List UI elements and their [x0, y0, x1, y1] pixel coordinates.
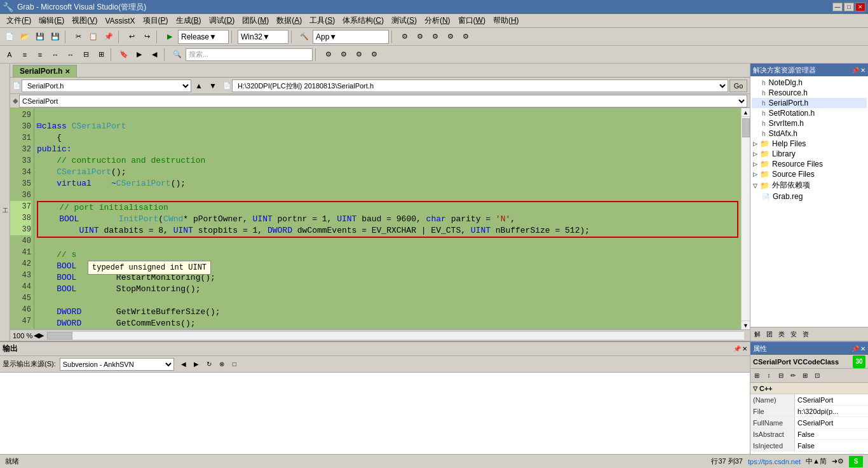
run-button[interactable]: ▶: [163, 30, 177, 44]
tree-item-serialporth[interactable]: h SerialPort.h: [752, 98, 867, 108]
output-btn-next[interactable]: ▶: [191, 359, 202, 370]
props-collapse[interactable]: ⊟: [775, 370, 787, 382]
close-button[interactable]: ✕: [855, 3, 865, 11]
tb2-btn2[interactable]: ≡: [18, 48, 32, 62]
output-btn-prev[interactable]: ◀: [178, 359, 189, 370]
scroll-thumb[interactable]: [742, 118, 750, 137]
menu-file[interactable]: 文件(F): [3, 14, 35, 27]
maximize-button[interactable]: □: [844, 3, 854, 11]
sol-btn-4[interactable]: 安: [788, 329, 799, 340]
minimize-button[interactable]: —: [832, 3, 843, 11]
redo-button[interactable]: ↪: [140, 30, 154, 44]
menu-project[interactable]: 项目(P): [139, 14, 172, 27]
tree-item-helpfiles[interactable]: ▷ 📁 Help Files: [752, 139, 867, 149]
folder-expand-resource[interactable]: ▷: [753, 161, 757, 167]
tree-item-library[interactable]: ▷ 📁 Library: [752, 149, 867, 159]
output-close[interactable]: ✕: [742, 345, 747, 352]
copy-button[interactable]: 📋: [86, 30, 100, 44]
build-btn[interactable]: 🔨: [297, 30, 311, 44]
folder-expand-library[interactable]: ▷: [753, 151, 757, 157]
menu-vassistx[interactable]: VAssistX: [101, 15, 139, 27]
output-source-dropdown[interactable]: Subversion - AnkhSVN: [60, 358, 174, 371]
scroll-down-arrow[interactable]: ▼: [742, 320, 750, 329]
props-close[interactable]: ✕: [860, 345, 865, 352]
menu-tools[interactable]: 工具(S): [306, 14, 339, 27]
new-button[interactable]: 📄: [3, 30, 17, 44]
props-sort-alpha[interactable]: ↕: [763, 370, 775, 382]
tb2-btn6[interactable]: ⊟: [79, 48, 93, 62]
tb2-extra4[interactable]: ⚙: [367, 48, 381, 62]
tab-close[interactable]: ✕: [65, 68, 70, 75]
nav-up-button[interactable]: ▲: [193, 79, 205, 92]
cut-button[interactable]: ✂: [71, 30, 85, 44]
open-button[interactable]: 📂: [18, 30, 32, 44]
h-scrollbar[interactable]: [46, 331, 745, 340]
config-dropdown[interactable]: Release ▼: [178, 30, 229, 44]
tb-extra4[interactable]: ⚙: [444, 30, 458, 44]
scroll-up-arrow[interactable]: ▲: [742, 108, 750, 117]
tree-item-grabreg[interactable]: 📄 Grab.reg: [752, 191, 867, 202]
platform-dropdown[interactable]: Win32 ▼: [238, 30, 288, 44]
save-button[interactable]: 💾: [33, 30, 47, 44]
tb-extra2[interactable]: ⚙: [413, 30, 427, 44]
menu-analyze[interactable]: 分析(N): [421, 14, 454, 27]
tree-item-resourceh[interactable]: h Resource.h: [752, 88, 867, 98]
folder-expand-extdeps[interactable]: ▽: [753, 182, 757, 189]
tb2-extra1[interactable]: ⚙: [322, 48, 336, 62]
tree-item-setrotationh[interactable]: h SetRotation.h: [752, 108, 867, 118]
output-btn-stop[interactable]: ⊗: [216, 359, 227, 370]
tree-item-resourcefiles[interactable]: ▷ 📁 Resource Files: [752, 159, 867, 169]
go-button[interactable]: Go: [729, 79, 747, 92]
props-sort-cat[interactable]: ⊞: [751, 370, 763, 382]
sol-btn-2[interactable]: 团: [764, 329, 775, 340]
menu-architecture[interactable]: 体系结构(C): [339, 14, 388, 27]
tb-extra3[interactable]: ⚙: [428, 30, 442, 44]
path-dropdown[interactable]: H:\320DPI(PLC控制) 20180813\SerialPort.h: [232, 79, 728, 92]
tree-item-stdafxh[interactable]: h StdAfx.h: [752, 128, 867, 139]
search-btn[interactable]: 🔍: [170, 48, 184, 62]
target-dropdown[interactable]: App ▼: [313, 30, 389, 44]
save-all-button[interactable]: 💾: [48, 30, 62, 44]
code-content[interactable]: ⊟class CSerialPort { public: // contruct…: [34, 108, 741, 329]
tb2-extra2[interactable]: ⚙: [337, 48, 351, 62]
tb2-btn4[interactable]: ↔: [48, 48, 62, 62]
nav-down-button[interactable]: ▼: [207, 79, 219, 92]
props-pin[interactable]: 📌: [851, 345, 859, 352]
tree-item-extdeps[interactable]: ▽ 📁 外部依赖项: [752, 179, 867, 191]
class-dropdown[interactable]: CSerialPort: [19, 95, 747, 107]
tb2-extra3[interactable]: ⚙: [352, 48, 366, 62]
sol-btn-3[interactable]: 类: [776, 329, 787, 340]
menu-data[interactable]: 数据(A): [273, 14, 306, 27]
tree-item-notedlgh[interactable]: h NoteDlg.h: [752, 78, 867, 88]
tb2-btn3[interactable]: ≡: [33, 48, 47, 62]
undo-button[interactable]: ↩: [125, 30, 139, 44]
menu-build[interactable]: 生成(B): [172, 14, 205, 27]
props-add[interactable]: ⊞: [799, 370, 811, 382]
props-del[interactable]: ⊡: [811, 370, 823, 382]
folder-expand-source[interactable]: ▷: [753, 171, 757, 177]
tree-item-srvritemh[interactable]: h SrvrItem.h: [752, 118, 867, 128]
tb-extra1[interactable]: ⚙: [398, 30, 412, 44]
solution-tree[interactable]: h NoteDlg.h h Resource.h h SerialPort.h …: [750, 76, 868, 327]
search-input[interactable]: 搜索...: [186, 48, 313, 61]
h-scroll-thumb[interactable]: [47, 332, 72, 340]
tb2-btn7[interactable]: ⊞: [94, 48, 108, 62]
output-pin[interactable]: 📌: [733, 345, 741, 352]
panel-pin[interactable]: 📌: [851, 67, 859, 74]
props-edit[interactable]: ✏: [787, 370, 799, 382]
menu-debug[interactable]: 调试(D): [205, 14, 239, 27]
tb2-btn5[interactable]: ↔: [64, 48, 78, 62]
menu-help[interactable]: 帮助(H): [489, 14, 523, 27]
bookmark-prev[interactable]: ◀: [147, 48, 161, 62]
output-content[interactable]: [0, 373, 750, 454]
sol-btn-5[interactable]: 资: [800, 329, 811, 340]
paste-button[interactable]: 📌: [102, 30, 116, 44]
bookmark-next[interactable]: ▶: [132, 48, 146, 62]
file-dropdown[interactable]: SerialPort.h: [22, 79, 191, 92]
tb-extra5[interactable]: ⚙: [459, 30, 473, 44]
vertical-scrollbar[interactable]: ▲ ▼: [741, 108, 750, 329]
editor-tab-serialporth[interactable]: SerialPort.h ✕: [13, 65, 77, 77]
output-btn-clear[interactable]: □: [229, 359, 240, 370]
panel-close[interactable]: ✕: [860, 67, 865, 74]
menu-window[interactable]: 窗口(W): [454, 14, 489, 27]
